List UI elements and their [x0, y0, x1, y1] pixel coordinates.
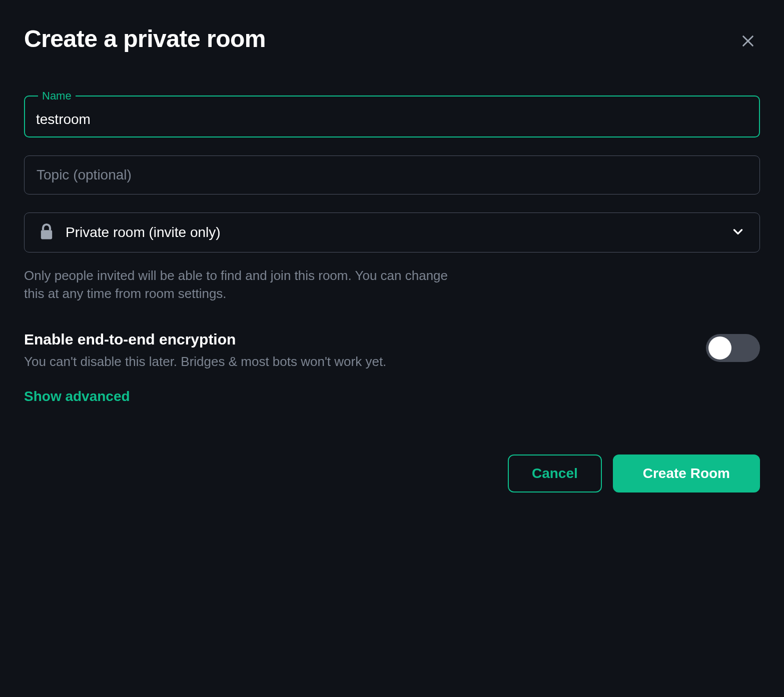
- chevron-down-icon: [731, 225, 744, 240]
- toggle-knob: [708, 336, 731, 360]
- dialog-title: Create a private room: [24, 25, 266, 52]
- svg-rect-0: [41, 230, 52, 239]
- dialog-footer: Cancel Create Room: [24, 454, 760, 492]
- encryption-title: Enable end-to-end encryption: [24, 331, 706, 348]
- encryption-toggle[interactable]: [706, 334, 760, 362]
- encryption-row: Enable end-to-end encryption You can't d…: [24, 331, 760, 370]
- visibility-description: Only people invited will be able to find…: [24, 266, 449, 303]
- name-input[interactable]: [36, 112, 748, 128]
- close-icon: [740, 33, 756, 49]
- topic-input[interactable]: [24, 156, 760, 194]
- encryption-subtitle: You can't disable this later. Bridges & …: [24, 354, 706, 370]
- visibility-select[interactable]: Private room (invite only): [24, 212, 760, 252]
- visibility-selected-label: Private room (invite only): [66, 224, 221, 240]
- cancel-button[interactable]: Cancel: [508, 454, 602, 492]
- name-label: Name: [38, 90, 76, 102]
- create-room-button[interactable]: Create Room: [613, 454, 760, 492]
- close-button[interactable]: [736, 29, 760, 54]
- lock-icon: [40, 223, 54, 242]
- name-fieldset: Name: [24, 90, 760, 138]
- show-advanced-button[interactable]: Show advanced: [24, 388, 130, 404]
